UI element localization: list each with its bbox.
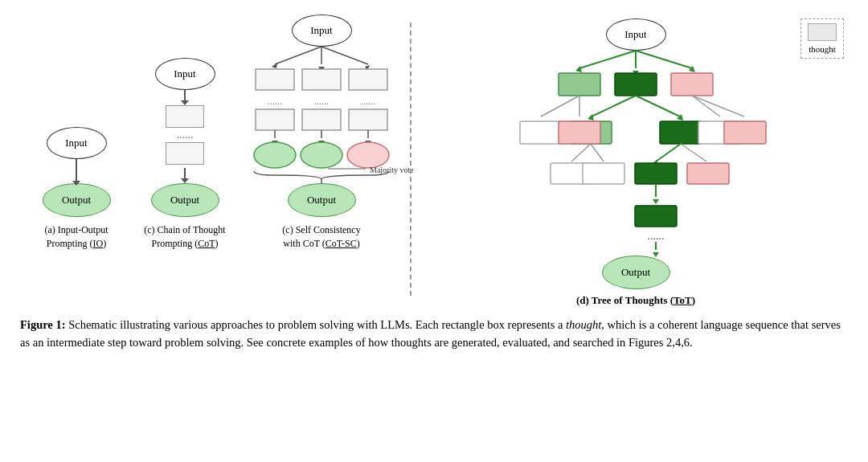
svg-line-4 xyxy=(321,47,368,64)
section-divider xyxy=(410,22,411,296)
panel-a-input: Input xyxy=(47,127,107,159)
svg-marker-57 xyxy=(653,252,659,257)
panel-d-input: Input xyxy=(606,18,666,51)
svg-rect-61 xyxy=(559,121,600,144)
svg-marker-53 xyxy=(653,199,659,204)
svg-rect-13 xyxy=(302,109,341,130)
left-panels: Input Output (a) Input-OutputPrompting (… xyxy=(24,14,402,251)
svg-line-58 xyxy=(541,96,579,117)
svg-line-0 xyxy=(275,47,321,64)
panel-b-input: Input xyxy=(155,58,215,90)
panel-c: Input xyxy=(241,14,402,251)
svg-line-47 xyxy=(656,144,681,161)
svg-rect-12 xyxy=(256,109,294,130)
figure-container: Input Output (a) Input-OutputPrompting (… xyxy=(16,14,852,352)
legend-rect xyxy=(808,23,837,41)
svg-line-49 xyxy=(681,144,706,161)
svg-rect-54 xyxy=(635,206,677,227)
panel-d-label: (d) Tree of Thoughts (ToT) xyxy=(576,294,695,307)
panel-c-label: (c) Self Consistencywith CoT (CoT-SC) xyxy=(282,223,360,251)
panel-b-output: Output xyxy=(151,183,219,217)
svg-marker-29 xyxy=(575,66,582,72)
panel-b-dots: ...... xyxy=(177,129,194,141)
svg-rect-65 xyxy=(724,121,766,144)
svg-text:......: ...... xyxy=(268,96,282,107)
caption-text: Figure 1: Schematic illustrating various… xyxy=(20,318,841,349)
svg-text:......: ...... xyxy=(314,96,329,107)
panel-b-thought1 xyxy=(166,105,204,128)
svg-rect-42 xyxy=(660,121,702,144)
svg-rect-6 xyxy=(256,69,294,90)
panel-c-fan-svg: ...... ...... ...... xyxy=(241,47,402,191)
panel-a: Input Output (a) Input-OutputPrompting (… xyxy=(24,127,129,251)
svg-text:Majority vote: Majority vote xyxy=(370,166,414,174)
svg-point-23 xyxy=(347,142,389,168)
svg-line-43 xyxy=(571,144,591,161)
svg-rect-14 xyxy=(349,109,387,130)
svg-rect-50 xyxy=(635,163,677,184)
svg-rect-51 xyxy=(687,163,729,184)
panel-b: Input ...... Output (c) Chain of Thou xyxy=(129,58,241,251)
svg-line-63 xyxy=(692,96,744,117)
svg-line-32 xyxy=(636,51,692,68)
svg-point-21 xyxy=(254,142,296,168)
svg-rect-8 xyxy=(349,69,387,90)
panel-c-input: Input xyxy=(292,14,352,47)
svg-point-22 xyxy=(301,142,342,168)
svg-rect-46 xyxy=(583,163,624,184)
svg-rect-7 xyxy=(302,69,341,90)
svg-line-44 xyxy=(591,144,604,161)
svg-rect-36 xyxy=(671,73,713,96)
svg-line-37 xyxy=(592,96,636,117)
svg-line-39 xyxy=(636,96,680,117)
panel-a-label: (a) Input-OutputPrompting (IO) xyxy=(45,223,108,251)
svg-text:......: ...... xyxy=(361,96,375,107)
legend-box: thought xyxy=(800,18,844,59)
panel-c-output: Output xyxy=(288,183,356,217)
panel-a-output: Output xyxy=(43,183,111,217)
legend-label: thought xyxy=(809,44,836,54)
svg-line-62 xyxy=(692,96,720,117)
svg-line-28 xyxy=(579,51,636,68)
figure-caption: Figure 1: Schematic illustrating various… xyxy=(16,317,852,352)
panel-d: thought Input xyxy=(420,14,844,307)
panel-b-thought2 xyxy=(166,142,204,165)
svg-text:......: ...... xyxy=(648,230,665,242)
svg-marker-1 xyxy=(272,63,277,68)
svg-rect-34 xyxy=(559,73,600,96)
tot-tree-svg: ...... xyxy=(507,51,764,268)
diagram-area: Input Output (a) Input-OutputPrompting (… xyxy=(16,14,852,307)
panel-d-output: Output xyxy=(602,256,670,289)
svg-rect-60 xyxy=(520,121,562,144)
panel-b-label: (c) Chain of ThoughtPrompting (CoT) xyxy=(144,223,225,251)
svg-rect-35 xyxy=(615,73,657,96)
